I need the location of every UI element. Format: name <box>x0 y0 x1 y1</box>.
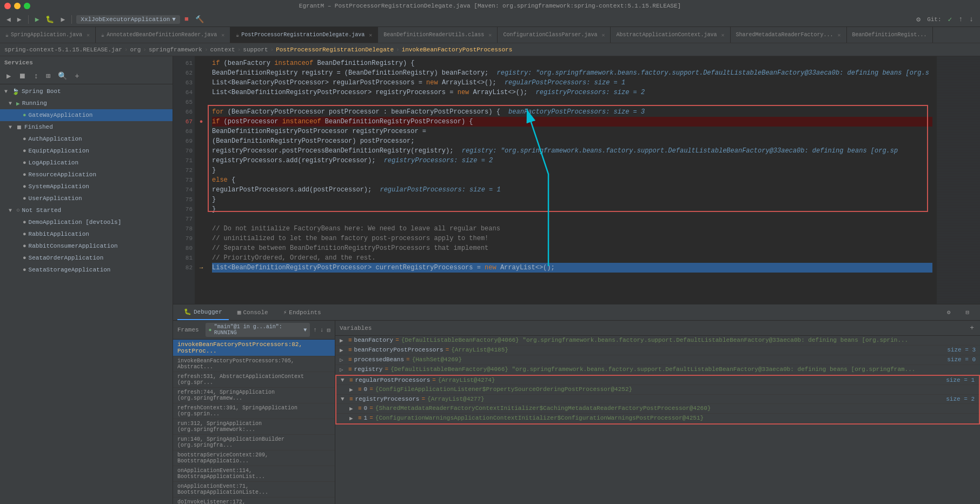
finished-node[interactable]: ▼ ⏹ Finished <box>0 121 173 133</box>
gutter-62 <box>196 68 207 78</box>
frame-item-9[interactable]: onApplicationEvent:71, BootstrapApplicat… <box>173 482 335 498</box>
back-button[interactable]: ◀ <box>4 14 13 25</box>
tab-shared-metadata[interactable]: SharedMetadataReaderFactory... ✕ <box>731 27 847 43</box>
frame-item-6[interactable]: run:140, SpringApplicationBuilder (org.s… <box>173 435 335 450</box>
tab-bean-def-reg[interactable]: BeanDefinitionRegist... <box>847 27 933 43</box>
sidebar-btn-3[interactable]: ↕ <box>31 71 40 82</box>
gutter-76 <box>196 204 207 214</box>
highlighted-vars-box: ▼ ≡ regularPostProcessors = {ArrayList@4… <box>335 375 980 425</box>
tab-config-class-parser[interactable]: ConfigurationClassParser.java ✕ <box>498 27 611 43</box>
var-processedbeans[interactable]: ▷ ≡ processedBeans = {HashSet@4269} size… <box>335 355 980 365</box>
settings-debug-btn[interactable]: ⚙ <box>941 304 957 320</box>
gutter-75 <box>196 195 207 204</box>
breadcrumb-org[interactable]: org <box>130 47 141 53</box>
run-button[interactable]: ▶ <box>33 14 42 25</box>
frame-up-btn[interactable]: ↑ <box>313 327 317 333</box>
frame-item-8[interactable]: onApplicationEvent:114, BootstrapApplica… <box>173 466 335 482</box>
auth-app-item[interactable]: ● AuthApplication <box>0 133 173 145</box>
tab-console[interactable]: ▦ Console <box>231 304 275 320</box>
tab-close-spring[interactable]: ✕ <box>87 32 90 38</box>
frame-item-4[interactable]: refreshContext:391, SpringApplication (o… <box>173 403 335 419</box>
linenum-63: 63 <box>175 78 193 88</box>
user-app-item[interactable]: ● UserApplication <box>0 193 173 204</box>
top-toolbar: ◀ ▶ ▶ 🐛 ▶ XxlJobExecutorApplication ▼ ■ … <box>0 12 980 27</box>
minimize-button[interactable] <box>14 3 21 9</box>
tab-endpoints[interactable]: ⚡ Endpoints <box>277 304 328 320</box>
tab-spring-application[interactable]: ☕ SpringApplication.java ✕ <box>0 27 96 43</box>
stop-button[interactable]: ■ <box>182 14 191 24</box>
frame-down-btn[interactable]: ↓ <box>320 327 324 333</box>
sidebar-btn-2[interactable]: ⏹ <box>16 71 28 82</box>
seata-storage-app-item[interactable]: ● SeataStorageApplication <box>0 264 173 276</box>
var-registry-1[interactable]: ▶ ≡ 1 = {ConfigurationWarningsApplicatio… <box>336 414 979 423</box>
demo-app-item[interactable]: ● DemoApplication [devtools] <box>0 216 173 228</box>
gateway-app-item[interactable]: ● GateWayApplication <box>0 109 173 121</box>
breadcrumb-method[interactable]: invokeBeanFactoryPostProcessors <box>402 47 513 53</box>
var-add-btn[interactable]: + <box>968 323 976 333</box>
gutter-81 <box>196 253 207 263</box>
debug-button[interactable]: 🐛 <box>43 14 56 25</box>
equipt-app-item[interactable]: ● EquiptApplication <box>0 145 173 157</box>
git-up[interactable]: ↑ <box>956 14 965 24</box>
var-beanfactorypostprocessors[interactable]: ▶ ≡ beanFactoryPostProcessors = {ArrayLi… <box>335 346 980 355</box>
springboot-node[interactable]: ▼ 🍃 Spring Boot <box>0 85 173 97</box>
sidebar-btn-4[interactable]: ⊞ <box>44 70 52 82</box>
breadcrumb-context[interactable]: context <box>210 47 235 53</box>
sidebar-btn-6[interactable]: + <box>72 71 81 82</box>
breadcrumb-springframework[interactable]: springframework <box>149 47 202 53</box>
maximize-button[interactable] <box>24 3 30 9</box>
code-editor: 61 62 63 64 65 66 67 68 69 70 71 72 73 7… <box>173 56 980 304</box>
seata-order-app-item[interactable]: ● SeataOrderApplication <box>0 252 173 264</box>
thread-selector[interactable]: ● "main"@1 in g...ain": RUNNING ▼ <box>206 323 310 337</box>
var-registry-0[interactable]: ▶ ≡ 0 = {SharedMetadataReaderFactoryCont… <box>336 404 979 414</box>
variables-panel: Variables + ▶ ≡ beanFactory = {DefaultLi… <box>335 321 980 504</box>
var-registryprocessors[interactable]: ▼ ≡ registryProcessors = {ArrayList@4277… <box>336 395 979 404</box>
tab-abstract-app[interactable]: AbstractApplicationContext.java ✕ <box>611 27 730 43</box>
breadcrumb-support[interactable]: support <box>243 47 268 53</box>
git-check[interactable]: ✓ <box>946 14 955 25</box>
sidebar-btn-1[interactable]: ▶ <box>4 70 13 82</box>
frame-item-2[interactable]: refresh:531, AbstractApplicationContext … <box>173 372 335 388</box>
var-beanfactory[interactable]: ▶ ≡ beanFactory = {DefaultListableBeanFa… <box>335 336 980 346</box>
sidebar-btn-5[interactable]: 🔍 <box>56 70 69 82</box>
var-registry[interactable]: ▷ ≡ registry = {DefaultListableBeanFacto… <box>335 365 980 375</box>
forward-button[interactable]: ▶ <box>15 14 24 25</box>
rabbit-app-item[interactable]: ● RabbitApplication <box>0 228 173 240</box>
system-app-item[interactable]: ● SystemApplication <box>0 181 173 193</box>
frame-item-7[interactable]: bootstrapServiceContext:209, BootstrapAp… <box>173 450 335 466</box>
code-line-67: if (postProcessor instanceof BeanDefinit… <box>212 117 932 127</box>
tab-annotated-bean[interactable]: ☕ AnnotatedBeanDefinitionReader.java ✕ <box>96 27 230 43</box>
tab-bean-def-reader[interactable]: BeanDefinitionReaderUtils.class ✕ <box>378 27 498 43</box>
frame-item-1[interactable]: invokeBeanFactoryPostProcessors:705, Abs… <box>173 356 335 372</box>
code-line-70: registryProcessor.postProcessBeanDefinit… <box>212 146 932 156</box>
run-config-selector[interactable]: XxlJobExecutorApplication ▼ <box>76 15 180 24</box>
breadcrumb-jar[interactable]: spring-context-5.1.15.RELEASE.jar <box>4 47 122 53</box>
tab-post-processor[interactable]: ☕ PostProcessorRegistrationDelegate.java… <box>230 27 378 43</box>
linenum-75: 75 <box>175 195 193 204</box>
git-down[interactable]: ↓ <box>967 14 976 24</box>
layout-debug-btn[interactable]: ⊟ <box>959 304 976 320</box>
settings-icon[interactable]: ⚙ <box>914 14 923 25</box>
not-started-node[interactable]: ▼ ○ Not Started <box>0 204 173 216</box>
var-regular-0[interactable]: ▶ ≡ 0 = {ConfigFileApplicationListener$P… <box>336 385 979 395</box>
close-button[interactable] <box>4 3 11 9</box>
frame-item-3[interactable]: refresh:744, SpringApplication (org.spri… <box>173 388 335 403</box>
running-node[interactable]: ▼ ▶ Running <box>0 97 173 109</box>
linenum-67: 67 <box>175 117 193 127</box>
tab-debugger[interactable]: 🐛 Debugger <box>177 304 229 320</box>
linenum-70: 70 <box>175 146 193 156</box>
editor-minimap <box>937 56 980 304</box>
frame-item-10[interactable]: doInvokeListener:172, SimpleApplicationE… <box>173 498 335 504</box>
build-button[interactable]: 🔨 <box>193 14 206 25</box>
breadcrumb-delegate[interactable]: PostProcessorRegistrationDelegate <box>276 47 394 53</box>
debugger-icon: 🐛 <box>184 308 191 315</box>
frame-item-0[interactable]: invokeBeanFactoryPostProcessors:82, Post… <box>173 340 335 356</box>
var-regularpostprocessors[interactable]: ▼ ≡ regularPostProcessors = {ArrayList@4… <box>336 376 979 385</box>
frame-item-5[interactable]: run:312, SpringApplication (org.springfr… <box>173 419 335 435</box>
resource-app-item[interactable]: ● ResourceApplication <box>0 169 173 181</box>
log-app-item[interactable]: ● LogApplication <box>0 157 173 169</box>
run-with-coverage[interactable]: ▶ <box>58 14 67 25</box>
frame-filter-btn[interactable]: ⊟ <box>327 327 330 334</box>
rabbit-consumer-app-item[interactable]: ● RabbitConsumerApplication <box>0 240 173 252</box>
seata-order-label: SeataOrderApplication <box>29 255 104 261</box>
